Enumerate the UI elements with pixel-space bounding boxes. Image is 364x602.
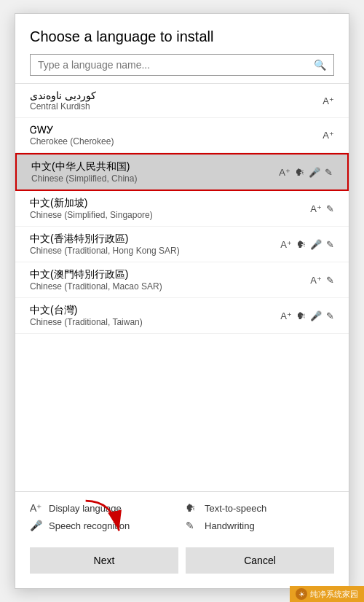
- lang-icons: A⁺ 🗣 🎤 ✎: [279, 167, 333, 178]
- legend-tts: 🗣 Text-to-speech: [186, 502, 334, 514]
- button-row: Next Cancel: [15, 539, 349, 588]
- lang-native: 中文(台灣): [30, 304, 143, 317]
- lang-info: 中文(中华人民共和国) Chinese (Simplified, China): [31, 160, 137, 184]
- speech-icon: 🗣: [296, 239, 306, 250]
- legend-speech-label: Speech recognition: [49, 520, 130, 531]
- handwriting-icon: ✎: [325, 167, 333, 178]
- lang-native: ᏣᎳᎩ: [30, 124, 114, 136]
- legend-hw-icon: ✎: [186, 520, 199, 531]
- lang-native: 中文(澳門特別行政區): [30, 268, 162, 281]
- lang-english: Chinese (Traditional, Macao SAR): [30, 281, 162, 292]
- list-item[interactable]: 中文(台灣) Chinese (Traditional, Taiwan) A⁺ …: [15, 298, 349, 334]
- handwriting-icon: ✎: [326, 239, 334, 250]
- display-icon: A⁺: [310, 275, 322, 286]
- language-list: کوردیی ناوەندی Central Kurdish A⁺ ᏣᎳᎩ Ch…: [15, 83, 349, 491]
- legend-mic-icon: 🎤: [30, 520, 43, 531]
- list-item[interactable]: 中文(澳門特別行政區) Chinese (Traditional, Macao …: [15, 262, 349, 298]
- display-icon: A⁺: [323, 130, 334, 141]
- legend-display-icon: A⁺: [30, 502, 43, 514]
- handwriting-icon: ✎: [326, 275, 334, 286]
- lang-info: ᏣᎳᎩ Cherokee (Cherokee): [30, 124, 114, 146]
- mic-icon: 🎤: [310, 239, 322, 250]
- lang-icons: A⁺ ✎: [310, 203, 334, 214]
- search-box[interactable]: 🔍: [30, 54, 334, 76]
- legend-tts-label: Text-to-speech: [205, 503, 266, 514]
- lang-english: Chinese (Traditional, Taiwan): [30, 317, 143, 327]
- display-icon: A⁺: [280, 239, 292, 250]
- mic-icon: 🎤: [309, 167, 320, 178]
- display-icon: A⁺: [310, 203, 322, 214]
- watermark: ☀ 纯净系统家园: [290, 586, 364, 602]
- lang-icons: A⁺: [323, 95, 334, 106]
- lang-english: Chinese (Simplified, China): [31, 173, 137, 184]
- legend-display: A⁺ Display language: [30, 502, 178, 514]
- watermark-text: 纯净系统家园: [310, 589, 358, 600]
- lang-icons: A⁺ 🗣 🎤 ✎: [280, 239, 334, 250]
- lang-info: 中文(香港特別行政區) Chinese (Traditional, Hong K…: [30, 232, 180, 256]
- lang-icons: A⁺ ✎: [310, 275, 334, 286]
- language-dialog: Choose a language to install 🔍 کوردیی نا…: [15, 13, 349, 589]
- list-item[interactable]: ᏣᎳᎩ Cherokee (Cherokee) A⁺: [15, 118, 349, 153]
- lang-english: Chinese (Simplified, Singapore): [30, 210, 153, 220]
- lang-info: 中文(新加坡) Chinese (Simplified, Singapore): [30, 197, 153, 220]
- lang-icons: A⁺ 🗣 🎤 ✎: [280, 310, 334, 321]
- list-item[interactable]: 中文(新加坡) Chinese (Simplified, Singapore) …: [15, 191, 349, 227]
- lang-info: 中文(台灣) Chinese (Traditional, Taiwan): [30, 304, 143, 327]
- display-icon: A⁺: [279, 167, 290, 178]
- lang-info: کوردیی ناوەندی Central Kurdish: [30, 90, 96, 112]
- lang-english: Chinese (Traditional, Hong Kong SAR): [30, 246, 180, 256]
- handwriting-icon: ✎: [326, 203, 334, 214]
- list-item[interactable]: کوردیی ناوەندی Central Kurdish A⁺: [15, 84, 349, 118]
- legend-display-label: Display language: [49, 503, 122, 514]
- lang-native: 中文(新加坡): [30, 197, 153, 210]
- dialog-title: Choose a language to install: [15, 14, 349, 54]
- list-item-selected[interactable]: 中文(中华人民共和国) Chinese (Simplified, China) …: [15, 153, 349, 191]
- display-icon: A⁺: [323, 95, 334, 106]
- speech-icon: 🗣: [295, 167, 304, 178]
- search-input[interactable]: [38, 59, 314, 71]
- lang-native: کوردیی ناوەندی: [30, 90, 96, 101]
- display-icon: A⁺: [280, 310, 292, 321]
- next-button[interactable]: Next: [30, 547, 178, 574]
- watermark-icon: ☀: [296, 588, 307, 600]
- lang-native: 中文(中华人民共和国): [31, 160, 137, 173]
- cancel-button[interactable]: Cancel: [186, 547, 334, 574]
- lang-english: Central Kurdish: [30, 101, 96, 112]
- mic-icon: 🎤: [310, 310, 322, 321]
- legend-section: A⁺ Display language 🗣 Text-to-speech 🎤 S…: [15, 491, 349, 539]
- legend-speech: 🎤 Speech recognition: [30, 520, 178, 531]
- speech-icon: 🗣: [296, 310, 306, 321]
- legend-hw-label: Handwriting: [205, 520, 255, 531]
- lang-english: Cherokee (Cherokee): [30, 136, 114, 146]
- legend-tts-icon: 🗣: [186, 502, 199, 514]
- lang-info: 中文(澳門特別行政區) Chinese (Traditional, Macao …: [30, 268, 162, 292]
- search-icon: 🔍: [314, 59, 326, 71]
- legend-handwriting: ✎ Handwriting: [186, 520, 334, 531]
- lang-native: 中文(香港特別行政區): [30, 232, 180, 246]
- list-item[interactable]: 中文(香港特別行政區) Chinese (Traditional, Hong K…: [15, 227, 349, 262]
- lang-icons: A⁺: [323, 130, 334, 141]
- handwriting-icon: ✎: [326, 310, 334, 321]
